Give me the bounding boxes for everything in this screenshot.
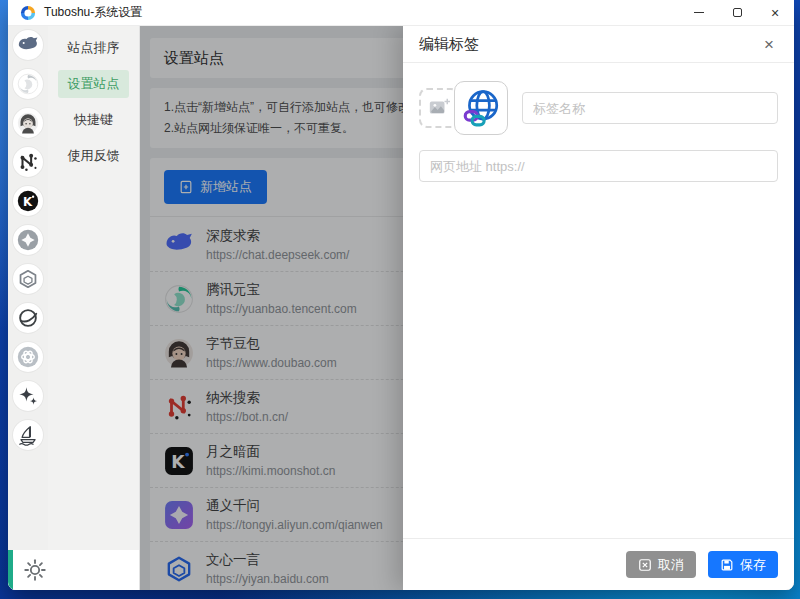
girl-avatar-icon[interactable] (13, 108, 43, 138)
app-icon-rail: K (8, 26, 48, 550)
edit-tag-drawer: 编辑标签 × 取消 (403, 26, 794, 590)
close-icon: × (771, 6, 779, 20)
tag-name-input[interactable] (522, 92, 778, 124)
app-window: Tuboshu-系统设置 × K 站点排序设置站点快捷键使用反馈 (8, 0, 794, 590)
drawer-title: 编辑标签 (419, 35, 479, 54)
app-body: K 站点排序设置站点快捷键使用反馈 设置站点 1.点击“新增站点”，可自行添加站… (8, 26, 794, 590)
star-badge-icon[interactable] (13, 225, 43, 255)
drawer-close-icon[interactable]: × (760, 34, 778, 55)
minimize-button[interactable] (680, 0, 718, 25)
image-upload-icon (428, 97, 450, 119)
maximize-button[interactable] (718, 0, 756, 25)
title-bar: Tuboshu-系统设置 × (8, 0, 794, 26)
close-button[interactable]: × (756, 0, 794, 25)
tuboshu-logo-icon (20, 5, 36, 21)
cancel-box-x-icon (638, 558, 652, 572)
save-floppy-icon (720, 558, 734, 572)
kimi-k-icon[interactable]: K (13, 186, 43, 216)
nav-item[interactable]: 设置站点 (58, 70, 129, 98)
svg-text:K: K (23, 195, 33, 209)
window-controls: × (680, 0, 794, 25)
cancel-button-label: 取消 (658, 556, 684, 574)
cube-icon[interactable] (13, 264, 43, 294)
window-title: Tuboshu-系统设置 (44, 4, 142, 21)
sparkles-icon[interactable] (13, 381, 43, 411)
site-icon-preview[interactable] (454, 81, 508, 135)
globe-link-icon (460, 87, 502, 129)
nav-item[interactable]: 站点排序 (58, 34, 129, 62)
minimize-icon (694, 12, 704, 13)
ring-swoosh-icon[interactable] (13, 303, 43, 333)
sailboat-icon[interactable] (13, 420, 43, 450)
flower-knot-icon[interactable] (13, 342, 43, 372)
save-button[interactable]: 保存 (708, 551, 778, 578)
molecule-icon[interactable] (13, 147, 43, 177)
tag-url-input[interactable] (419, 150, 778, 182)
settings-nav: 站点排序设置站点快捷键使用反馈 (48, 26, 139, 550)
gear-icon[interactable] (22, 557, 48, 583)
cancel-button[interactable]: 取消 (626, 551, 696, 578)
settings-bottom-band (8, 550, 139, 590)
maximize-icon (733, 8, 742, 17)
nav-item[interactable]: 快捷键 (58, 106, 129, 134)
upload-image-button[interactable] (419, 88, 459, 128)
nav-item[interactable]: 使用反馈 (58, 142, 129, 170)
whale-icon[interactable] (13, 30, 43, 60)
save-button-label: 保存 (740, 556, 766, 574)
swirl-icon[interactable] (13, 69, 43, 99)
left-panel: K 站点排序设置站点快捷键使用反馈 (8, 26, 140, 590)
